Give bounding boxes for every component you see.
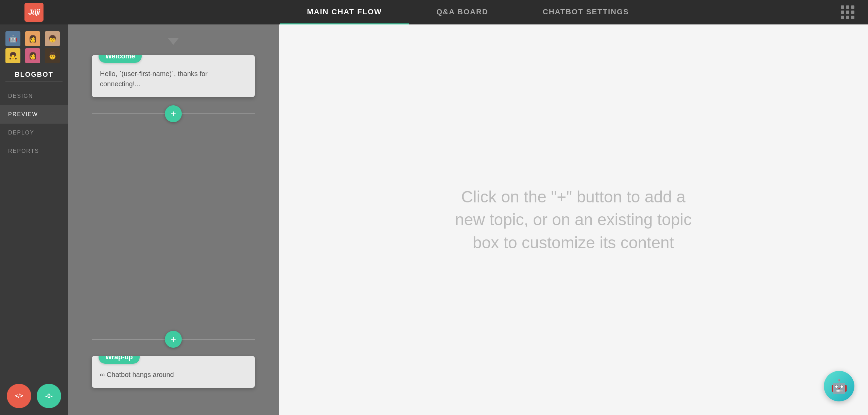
topic-header-wrapup: Wrap-up [99, 356, 140, 364]
zero-button[interactable]: -0- [37, 384, 61, 408]
avatar-tan: 👦 [45, 31, 60, 46]
bot-name: BLOGBOT [0, 67, 68, 81]
grid-dot [846, 5, 849, 9]
flow-line-right-1 [182, 113, 255, 114]
flow-separator-2: + [92, 331, 255, 348]
hint-text: Click on the "+" button to add a new top… [444, 185, 702, 254]
chat-flow-panel: Welcome Hello, `(user-first-name)`, than… [68, 24, 279, 415]
sidebar: 🤖 👩 👦 👧 👩 👨 BLOGBOT DESIGN PREVIEW DEPLO… [0, 24, 68, 415]
topic-header-welcome: Welcome [99, 55, 142, 63]
avatar-robot: 🤖 [5, 31, 20, 46]
add-topic-button-2[interactable]: + [165, 331, 182, 348]
sidebar-item-design[interactable]: DESIGN [0, 87, 68, 105]
flow-line-right-2 [182, 339, 255, 340]
right-panel: Click on the "+" button to add a new top… [279, 24, 868, 415]
sidebar-divider [5, 81, 63, 82]
sidebar-item-reports[interactable]: REPORTS [0, 142, 68, 160]
avatar-orange: 👩 [25, 31, 40, 46]
flow-line-left-2 [92, 339, 165, 340]
avatar-yellow: 👧 [5, 48, 20, 63]
add-topic-button-1[interactable]: + [165, 105, 182, 122]
avatar-dark: 👨 [45, 48, 60, 63]
chatbot-float-icon: 🤖 [831, 378, 848, 394]
sidebar-bottom: </> -0- [0, 377, 68, 415]
grid-dot [841, 11, 844, 14]
grid-dot [851, 16, 854, 19]
chatbot-float-button[interactable]: 🤖 [824, 371, 854, 401]
grid-dot [851, 5, 854, 9]
main-layout: 🤖 👩 👦 👧 👩 👨 BLOGBOT DESIGN PREVIEW DEPLO… [0, 24, 868, 415]
sidebar-nav: DESIGN PREVIEW DEPLOY REPORTS [0, 87, 68, 160]
grid-dot [846, 16, 849, 19]
avatar-grid: 🤖 👩 👦 👧 👩 👨 [0, 24, 68, 67]
code-button[interactable]: </> [7, 384, 31, 408]
sidebar-item-deploy[interactable]: DEPLOY [0, 124, 68, 142]
logo[interactable]: Jüji [24, 3, 44, 22]
topic-card-welcome[interactable]: Welcome Hello, `(user-first-name)`, than… [92, 55, 255, 97]
tab-chatbot-settings[interactable]: CHATBOT SETTINGS [516, 0, 656, 24]
flow-separator-1: + [92, 105, 255, 122]
grid-dot [841, 16, 844, 19]
topic-card-wrapup[interactable]: Wrap-up ∞ Chatbot hangs around [92, 356, 255, 388]
avatar-pink: 👩 [25, 48, 40, 63]
flow-arrow-top [168, 38, 179, 45]
grid-dot [846, 11, 849, 14]
grid-menu-icon[interactable] [841, 5, 854, 19]
top-nav: Jüji MAIN CHAT FLOW Q&A BOARD CHATBOT SE… [0, 0, 868, 24]
nav-tabs: MAIN CHAT FLOW Q&A BOARD CHATBOT SETTING… [68, 0, 868, 24]
grid-dot [841, 5, 844, 9]
flow-line-left-1 [92, 113, 165, 114]
logo-text: Jüji [28, 8, 40, 17]
tab-main-chat-flow[interactable]: MAIN CHAT FLOW [280, 0, 409, 24]
sidebar-item-preview[interactable]: PREVIEW [0, 105, 68, 124]
grid-dot [851, 11, 854, 14]
logo-area: Jüji [0, 3, 68, 22]
tab-qa-board[interactable]: Q&A BOARD [409, 0, 516, 24]
